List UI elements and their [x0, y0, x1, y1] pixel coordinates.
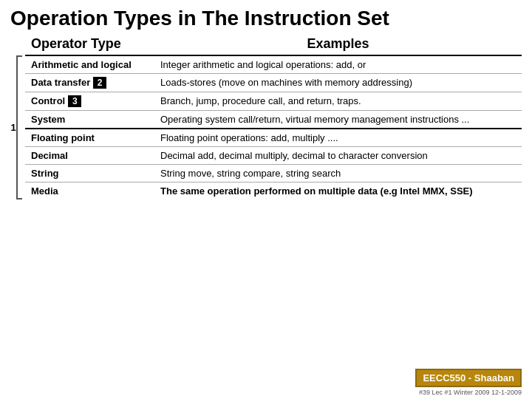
footer-small: #39 Lec #1 Winter 2009 12-1-2009 — [419, 389, 522, 396]
cell-type: Data transfer2 — [25, 73, 154, 92]
cell-type: String — [25, 164, 154, 182]
cell-type: Arithmetic and logical — [25, 55, 154, 74]
bracket-number: 1 — [10, 122, 16, 133]
table-row: Control3Branch, jump, procedure call, an… — [25, 92, 522, 110]
cell-type: Media — [25, 182, 154, 200]
bracket-bot-tick — [16, 198, 22, 200]
cell-examples: The same operation performed on multiple… — [154, 182, 522, 200]
cell-type: Control3 — [25, 92, 154, 110]
table-row: Data transfer2Loads-stores (move on mach… — [25, 73, 522, 92]
table-row: StringString move, string compare, strin… — [25, 164, 522, 182]
cell-type: Floating point — [25, 129, 154, 147]
slide: Operation Types in The Instruction Set 1… — [0, 0, 532, 399]
cell-examples: Integer arithmetic and logical operation… — [154, 55, 522, 74]
type-badge: 2 — [93, 77, 106, 89]
table-row: Arithmetic and logicalInteger arithmetic… — [25, 55, 522, 74]
cell-type: System — [25, 110, 154, 129]
cell-examples: Decimal add, decimal multiply, decimal t… — [154, 146, 522, 164]
cell-examples: Branch, jump, procedure call, and return… — [154, 92, 522, 110]
table-row: Floating pointFloating point operations:… — [25, 129, 522, 147]
main-table: Operator Type Examples Arithmetic and lo… — [25, 35, 522, 200]
col-type-header: Operator Type — [25, 35, 154, 55]
table-row: MediaThe same operation performed on mul… — [25, 182, 522, 200]
cell-examples: Loads-stores (move on machines with memo… — [154, 73, 522, 92]
table-row: DecimalDecimal add, decimal multiply, de… — [25, 146, 522, 164]
slide-title: Operation Types in The Instruction Set — [10, 7, 522, 30]
cell-examples: Floating point operations: add, multiply… — [154, 129, 522, 147]
type-badge: 3 — [68, 95, 81, 107]
cell-examples: String move, string compare, string sear… — [154, 164, 522, 182]
cell-examples: Operating system call/return, virtual me… — [154, 110, 522, 129]
bracket-top-tick — [16, 55, 22, 57]
cell-type: Decimal — [25, 146, 154, 164]
col-examples-header: Examples — [154, 35, 522, 55]
table-row: SystemOperating system call/return, virt… — [25, 110, 522, 129]
bracket-line — [16, 55, 18, 200]
eecc-badge: EECC550 - Shaaban — [415, 369, 522, 387]
footer-bar: EECC550 - Shaaban #39 Lec #1 Winter 2009… — [415, 369, 522, 396]
